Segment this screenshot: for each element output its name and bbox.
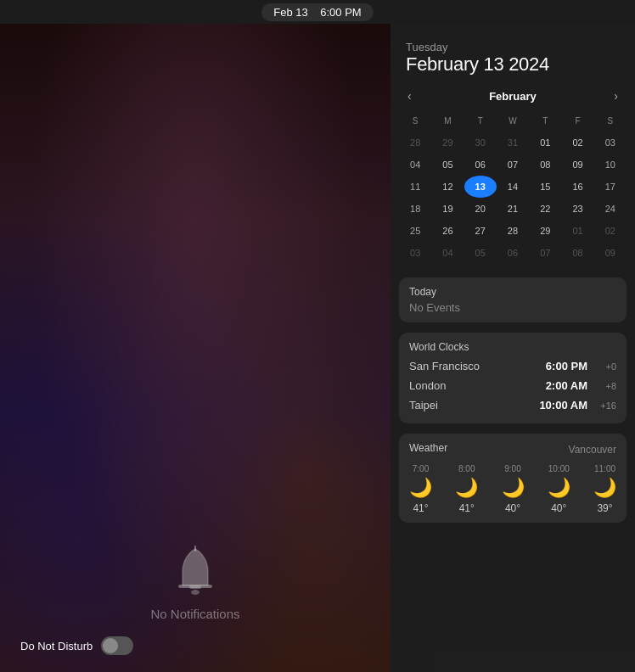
calendar-day-cell[interactable]: 30 xyxy=(464,132,497,154)
calendar-week-row: 11121314151617 xyxy=(399,176,627,198)
calendar-day-cell[interactable]: 29 xyxy=(431,132,464,154)
calendar-day-cell[interactable]: 09 xyxy=(561,154,593,176)
clock-city: London xyxy=(409,379,546,392)
calendar-day-cell[interactable]: 04 xyxy=(431,242,464,264)
calendar-day-cell[interactable]: 31 xyxy=(497,132,529,154)
weather-condition-icon: 🌙 xyxy=(455,477,478,499)
full-date: February 13 2024 xyxy=(406,53,620,76)
today-events-card: Today No Events xyxy=(399,277,627,322)
weather-condition-icon: 🌙 xyxy=(593,477,616,499)
calendar-day-cell[interactable]: 13 xyxy=(464,176,497,198)
weather-condition-icon: 🌙 xyxy=(548,477,570,499)
calendar-prev-button[interactable]: ‹ xyxy=(402,87,417,104)
clock-row: San Francisco6:00 PM+0 xyxy=(409,356,616,376)
calendar-day-cell[interactable]: 18 xyxy=(399,198,431,220)
calendar-day-cell[interactable]: 29 xyxy=(529,220,561,242)
no-events-text: No Events xyxy=(409,301,616,314)
calendar-grid: SMTWTFS282930310102030405060708091011121… xyxy=(399,109,627,264)
weather-hour-col: 10:00🌙40° xyxy=(548,464,570,514)
clock-offset: +16 xyxy=(593,400,616,411)
calendar-week-row: 03040506070809 xyxy=(399,242,627,264)
weather-hour-time: 8:00 xyxy=(458,464,475,473)
calendar-day-cell[interactable]: 09 xyxy=(594,242,627,264)
right-panel[interactable]: Tuesday February 13 2024 ‹ February › SM… xyxy=(391,24,635,672)
top-bar-pill: Feb 13 6:00 PM xyxy=(261,3,373,21)
clock-city: San Francisco xyxy=(409,360,546,372)
clock-offset: +0 xyxy=(593,361,616,372)
weather-condition-icon: 🌙 xyxy=(409,477,432,499)
weather-header: Weather Vancouver xyxy=(409,442,616,457)
date-header: Tuesday February 13 2024 xyxy=(391,24,635,87)
calendar-week-row: 18192021222324 xyxy=(399,198,627,220)
calendar-day-cell[interactable]: 08 xyxy=(561,242,593,264)
calendar-week-row: 04050607080910 xyxy=(399,154,627,176)
svg-point-1 xyxy=(191,590,199,595)
weather-temperature: 40° xyxy=(551,502,566,514)
calendar-day-cell[interactable]: 07 xyxy=(497,154,529,176)
calendar-day-cell[interactable]: 10 xyxy=(594,154,627,176)
calendar-day-cell[interactable]: 07 xyxy=(529,242,561,264)
calendar-weekdays-row: SMTWTFS xyxy=(399,109,627,132)
calendar-day-cell[interactable]: 28 xyxy=(399,132,431,154)
calendar-day-cell[interactable]: 28 xyxy=(497,220,529,242)
calendar-day-cell[interactable]: 16 xyxy=(561,176,593,198)
calendar-week-row: 25262728290102 xyxy=(399,220,627,242)
calendar-day-cell[interactable]: 11 xyxy=(399,176,431,198)
weather-hour-col: 11:00🌙39° xyxy=(593,464,616,514)
calendar-day-cell[interactable]: 26 xyxy=(431,220,464,242)
clock-time: 6:00 PM xyxy=(546,360,587,372)
calendar-day-cell[interactable]: 19 xyxy=(431,198,464,220)
calendar-weekday-header: S xyxy=(594,109,627,132)
calendar-day-cell[interactable]: 02 xyxy=(594,220,627,242)
calendar-day-cell[interactable]: 06 xyxy=(497,242,529,264)
clock-offset: +8 xyxy=(593,381,616,391)
main-container: No Notifications Do Not Disturb Tuesday … xyxy=(0,24,635,672)
clock-time: 10:00 AM xyxy=(539,399,587,412)
calendar-day-cell[interactable]: 14 xyxy=(497,176,529,198)
calendar-day-cell[interactable]: 08 xyxy=(529,154,561,176)
calendar-day-cell[interactable]: 01 xyxy=(529,132,561,154)
weather-temperature: 41° xyxy=(413,502,428,514)
calendar-day-cell[interactable]: 21 xyxy=(497,198,529,220)
topbar-time: 6:00 PM xyxy=(320,6,361,19)
weather-hour-time: 10:00 xyxy=(548,464,570,473)
calendar-day-cell[interactable]: 15 xyxy=(529,176,561,198)
calendar-day-cell[interactable]: 06 xyxy=(464,154,497,176)
calendar-day-cell[interactable]: 03 xyxy=(594,132,627,154)
calendar-day-cell[interactable]: 03 xyxy=(399,242,431,264)
calendar-day-cell[interactable]: 23 xyxy=(561,198,593,220)
weather-hour-time: 11:00 xyxy=(594,464,615,473)
clock-row: Taipei10:00 AM+16 xyxy=(409,395,616,415)
calendar-day-cell[interactable]: 17 xyxy=(594,176,627,198)
dnd-toggle[interactable] xyxy=(101,636,133,655)
calendar-day-cell[interactable]: 25 xyxy=(399,220,431,242)
calendar-next-button[interactable]: › xyxy=(609,87,623,104)
weather-title: Weather xyxy=(409,442,447,454)
world-clocks-card: World Clocks San Francisco6:00 PM+0Londo… xyxy=(399,333,627,423)
weather-card: Weather Vancouver 7:00🌙41°8:00🌙41°9:00🌙4… xyxy=(399,434,627,523)
world-clocks-title: World Clocks xyxy=(409,341,616,353)
weather-hour-col: 9:00🌙40° xyxy=(502,464,525,514)
calendar-day-cell[interactable]: 12 xyxy=(431,176,464,198)
weather-condition-icon: 🌙 xyxy=(502,477,525,499)
calendar-weekday-header: M xyxy=(431,109,464,132)
clock-city: Taipei xyxy=(409,399,539,412)
today-events-title: Today xyxy=(409,286,616,298)
calendar-day-cell[interactable]: 20 xyxy=(464,198,497,220)
calendar-day-cell[interactable]: 27 xyxy=(464,220,497,242)
calendar-day-cell[interactable]: 22 xyxy=(529,198,561,220)
weather-location: Vancouver xyxy=(569,444,616,456)
calendar-day-cell[interactable]: 04 xyxy=(399,154,431,176)
calendar-day-cell[interactable]: 05 xyxy=(431,154,464,176)
calendar-day-cell[interactable]: 01 xyxy=(561,220,593,242)
calendar-weekday-header: T xyxy=(464,109,497,132)
bell-icon xyxy=(170,545,221,600)
weather-hour-time: 9:00 xyxy=(504,464,520,473)
top-bar: Feb 13 6:00 PM xyxy=(0,0,635,24)
calendar-day-cell[interactable]: 02 xyxy=(561,132,593,154)
weather-temperature: 41° xyxy=(459,502,475,514)
calendar-day-cell[interactable]: 24 xyxy=(594,198,627,220)
calendar-day-cell[interactable]: 05 xyxy=(464,242,497,264)
calendar-weekday-header: F xyxy=(561,109,593,132)
weather-hour-col: 7:00🌙41° xyxy=(409,464,432,514)
